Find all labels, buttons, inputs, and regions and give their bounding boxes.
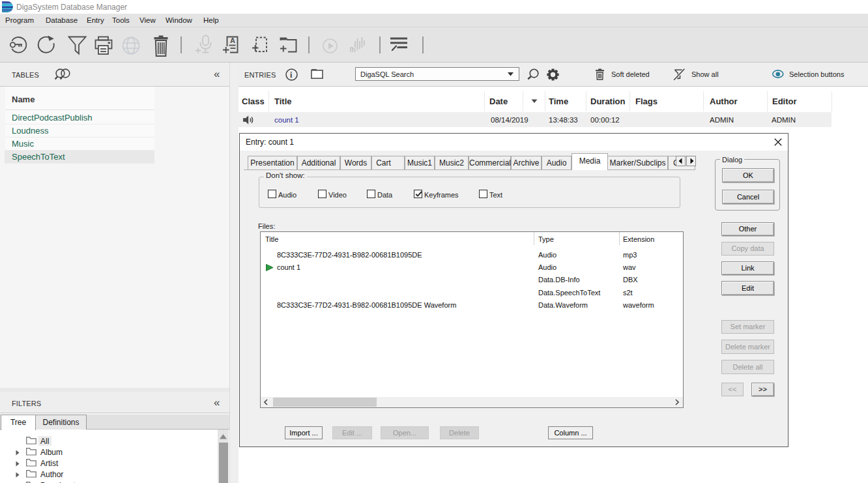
svg-text:A: A xyxy=(230,37,235,44)
svg-text:i: i xyxy=(290,70,293,80)
